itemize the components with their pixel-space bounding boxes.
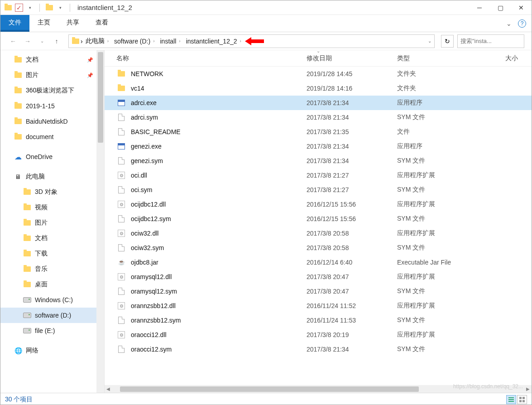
tree-item[interactable]: 3D 对象 <box>0 184 104 200</box>
file-row[interactable]: adrci.sym2017/3/8 21:34SYM 文件 <box>105 110 532 125</box>
svg-marker-0 <box>245 37 264 45</box>
file-date: 2017/3/8 21:27 <box>307 172 397 179</box>
file-name: ociw32.dll <box>131 230 307 237</box>
tree-item[interactable]: 图片📌 <box>0 68 104 83</box>
file-row[interactable]: genezi.exe2017/3/8 21:34应用程序 <box>105 139 532 154</box>
checkbox-icon[interactable]: ✓ <box>15 4 23 12</box>
column-date[interactable]: 修改日期 <box>307 54 397 63</box>
refresh-button[interactable]: ↻ <box>441 35 454 48</box>
file-date: 2017/3/8 21:34 <box>307 157 397 164</box>
drive-icon <box>23 327 31 335</box>
close-button[interactable]: ✕ <box>511 0 532 15</box>
file-row[interactable]: ociw32.sym2017/3/8 20:58SYM 文件 <box>105 241 532 255</box>
breadcrumb[interactable]: instantclient_12_2› <box>184 37 244 46</box>
tree-item[interactable]: 文档 <box>0 231 104 246</box>
details-view-button[interactable] <box>506 395 516 404</box>
file-date: 2016/12/15 15:56 <box>307 201 397 208</box>
tab-file[interactable]: 文件 <box>0 15 29 32</box>
tree-item[interactable]: 360极速浏览器下 <box>0 83 104 98</box>
file-row[interactable]: oraocci12.sym2017/3/8 21:34SYM 文件 <box>105 342 532 357</box>
history-dropdown[interactable]: ⌄ <box>37 36 48 47</box>
file-date: 2016/11/24 11:53 <box>307 317 397 324</box>
file-row[interactable]: ocijdbc12.sym2016/12/15 15:56SYM 文件 <box>105 212 532 226</box>
tree-item[interactable]: 桌面 <box>0 277 104 292</box>
file-row[interactable]: oci.dll2017/3/8 21:27应用程序扩展 <box>105 168 532 183</box>
tree-item[interactable]: 图片 <box>0 215 104 231</box>
column-name[interactable]: 名称 <box>116 54 307 63</box>
tree-item-label: 图片 <box>35 219 48 227</box>
file-type: Executable Jar File <box>397 259 488 266</box>
help-icon[interactable]: ? <box>518 19 526 28</box>
net-icon <box>14 347 22 355</box>
file-row[interactable]: ocijdbc12.dll2016/12/15 15:56应用程序扩展 <box>105 197 532 212</box>
address-dropdown-icon[interactable]: ⌄ <box>428 39 431 43</box>
minimize-button[interactable]: ─ <box>469 0 490 15</box>
chevron-down-icon[interactable]: ▾ <box>56 4 64 12</box>
file-row[interactable]: orannzsbb12.sym2016/11/24 11:53SYM 文件 <box>105 313 532 328</box>
tree-item[interactable]: BaiduNetdiskD <box>0 114 104 129</box>
breadcrumb[interactable]: software (D:)› <box>112 37 157 46</box>
file-date: 2016/11/24 11:52 <box>307 302 397 309</box>
window-title: instantclient_12_2 <box>77 4 132 11</box>
folder-icon <box>14 117 22 125</box>
file-row[interactable]: BASIC_README2017/3/8 21:35文件 <box>105 125 532 139</box>
file-list[interactable]: ⌄ 名称 修改日期 类型 大小 NETWORK2019/1/28 14:45文件… <box>105 50 532 393</box>
file-date: 2019/1/28 14:16 <box>307 85 397 92</box>
folder-icon <box>23 203 31 212</box>
tree-item[interactable]: Windows (C:) <box>0 292 104 308</box>
breadcrumb[interactable]: 此电脑› <box>84 36 111 46</box>
forward-button[interactable]: → <box>22 36 33 47</box>
scrollbar-thumb[interactable] <box>120 386 419 392</box>
maximize-button[interactable]: ▢ <box>490 0 511 15</box>
tree-item-label: 音乐 <box>35 265 48 273</box>
file-row[interactable]: genezi.sym2017/3/8 21:34SYM 文件 <box>105 154 532 168</box>
file-date: 2017/3/8 20:47 <box>307 288 397 295</box>
tree-item[interactable]: file (E:) <box>0 323 104 338</box>
tree-item[interactable]: 2019-1-15 <box>0 98 104 114</box>
address-bar[interactable]: › 此电脑› software (D:)› install› instantcl… <box>68 34 435 48</box>
column-size[interactable]: 大小 <box>488 54 532 63</box>
search-box[interactable]: 🔍 <box>457 34 524 48</box>
file-row[interactable]: oraocci12.dll2017/3/8 20:19应用程序扩展 <box>105 328 532 342</box>
tree-item[interactable]: 下载 <box>0 246 104 261</box>
file-row[interactable]: oci.sym2017/3/8 21:27SYM 文件 <box>105 183 532 197</box>
tree-item[interactable]: 音乐 <box>0 261 104 277</box>
tree-item[interactable]: document <box>0 129 104 145</box>
tree-item[interactable]: OneDrive <box>0 149 104 164</box>
icons-view-button[interactable] <box>517 395 527 404</box>
search-input[interactable] <box>460 38 532 44</box>
tree-item-label: 3D 对象 <box>35 188 58 196</box>
file-type: SYM 文件 <box>397 316 488 324</box>
file-name: orannzsbb12.sym <box>131 317 307 324</box>
tree-item[interactable]: 文档📌 <box>0 52 104 68</box>
file-row[interactable]: vc142019/1/28 14:16文件夹 <box>105 81 532 96</box>
chevron-right-icon[interactable]: › <box>81 38 83 45</box>
cloud-icon <box>14 153 22 161</box>
file-row[interactable]: NETWORK2019/1/28 14:45文件夹 <box>105 67 532 81</box>
expand-ribbon-icon[interactable]: ⌄ <box>506 20 512 27</box>
tree-item[interactable]: 此电脑 <box>0 169 104 184</box>
tree-item-label: software (D:) <box>35 312 71 319</box>
file-row[interactable]: ojdbc8.jar2016/12/14 6:40Executable Jar … <box>105 255 532 270</box>
up-button[interactable]: ↑ <box>51 36 62 47</box>
vertical-scrollbar[interactable] <box>96 50 104 393</box>
file-row[interactable]: adrci.exe2017/3/8 21:34应用程序 <box>105 96 532 110</box>
file-row[interactable]: oramysql12.dll2017/3/8 20:47应用程序扩展 <box>105 270 532 284</box>
file-row[interactable]: ociw32.dll2017/3/8 20:58应用程序扩展 <box>105 226 532 241</box>
breadcrumb[interactable]: install› <box>158 37 183 46</box>
tab-share[interactable]: 共享 <box>58 15 87 32</box>
tab-home[interactable]: 主页 <box>29 15 58 32</box>
tree-item[interactable]: software (D:) <box>0 308 104 323</box>
column-type[interactable]: 类型 <box>397 54 488 63</box>
navigation-tree[interactable]: 文档📌图片📌360极速浏览器下2019-1-15BaiduNetdiskDdoc… <box>0 50 105 393</box>
scrollbar-thumb[interactable] <box>98 52 103 143</box>
tab-view[interactable]: 查看 <box>87 15 116 32</box>
file-row[interactable]: orannzsbb12.dll2016/11/24 11:52应用程序扩展 <box>105 299 532 313</box>
tree-item[interactable]: 网络 <box>0 343 104 358</box>
tree-item-label: 视频 <box>35 203 48 212</box>
tree-item-label: 2019-1-15 <box>26 102 55 110</box>
tree-item[interactable]: 视频 <box>0 200 104 215</box>
file-row[interactable]: oramysql12.sym2017/3/8 20:47SYM 文件 <box>105 284 532 299</box>
chevron-down-icon[interactable]: ▾ <box>26 4 34 12</box>
back-button[interactable]: ← <box>8 36 19 47</box>
